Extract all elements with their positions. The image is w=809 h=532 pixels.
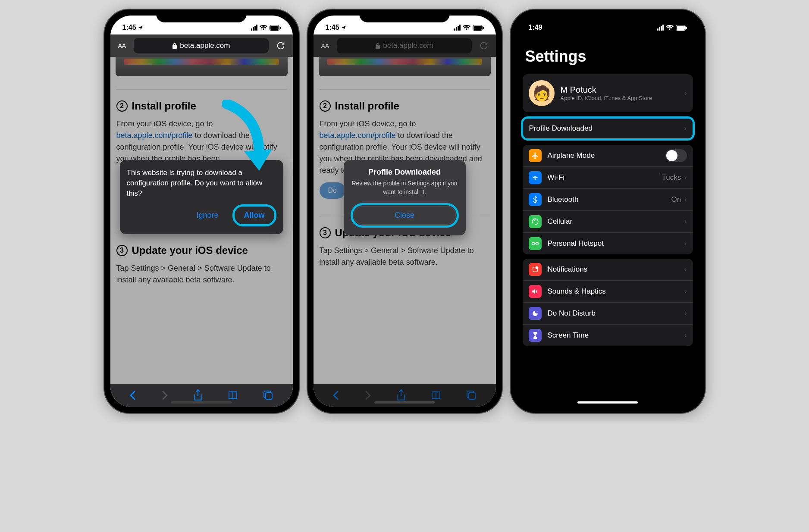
back-button[interactable] — [129, 390, 136, 401]
sounds-row[interactable]: Sounds & Haptics › — [523, 281, 693, 303]
battery-icon — [676, 25, 687, 31]
bluetooth-icon — [529, 193, 542, 206]
profile-downloaded-highlight: Profile Downloaded › — [521, 116, 695, 141]
dnd-row[interactable]: Do Not Disturb › — [523, 303, 693, 325]
connectivity-group: Airplane Mode Wi-Fi Tucks › Bluetooth On… — [523, 145, 693, 254]
close-highlight: Close — [351, 203, 459, 228]
profile-link[interactable]: beta.apple.com/profile — [116, 131, 193, 140]
wifi-icon — [529, 171, 542, 184]
safari-address-bar: AA beta.apple.com — [314, 34, 496, 57]
svg-rect-5 — [473, 26, 482, 30]
bookmarks-button[interactable] — [431, 391, 441, 400]
profile-name: M Potuck — [561, 85, 679, 95]
airplane-icon — [529, 149, 542, 162]
chevron-right-icon: › — [684, 288, 687, 295]
hotspot-row[interactable]: Personal Hotspot › — [523, 233, 693, 254]
chevron-right-icon: › — [684, 310, 687, 317]
bookmarks-button[interactable] — [228, 391, 238, 400]
section-3-text: Tap Settings > General > Software Update… — [116, 263, 287, 286]
url-field[interactable]: beta.apple.com — [337, 38, 471, 53]
svg-point-12 — [536, 242, 538, 245]
popup-subtitle: Review the profile in Settings app if yo… — [351, 179, 459, 196]
reader-button[interactable]: AA — [115, 42, 130, 49]
cellular-row[interactable]: Cellular › — [523, 211, 693, 233]
chevron-right-icon: › — [684, 266, 687, 273]
settings-header: Settings — [517, 34, 699, 70]
location-icon — [341, 25, 346, 30]
hotspot-icon — [529, 237, 542, 250]
forward-button[interactable] — [161, 390, 168, 401]
phone-2: 1:45 AA beta.apple.com 2 — [307, 9, 503, 414]
svg-rect-1 — [270, 26, 279, 30]
notch — [156, 9, 247, 22]
svg-rect-6 — [483, 27, 484, 29]
section-2-title: 2Install profile — [320, 100, 490, 112]
svg-rect-7 — [469, 393, 475, 399]
home-indicator[interactable] — [171, 401, 232, 404]
svg-rect-2 — [280, 27, 281, 29]
reload-button[interactable] — [273, 41, 288, 50]
safari-address-bar: AA beta.apple.com — [110, 34, 293, 57]
url-field[interactable]: beta.apple.com — [134, 38, 268, 53]
annotation-arrow — [218, 100, 274, 177]
screen-2: 1:45 AA beta.apple.com 2 — [314, 16, 496, 407]
sounds-icon — [529, 285, 542, 298]
location-icon — [138, 25, 143, 30]
chevron-right-icon: › — [684, 89, 687, 97]
hourglass-icon — [529, 329, 542, 342]
wifi-icon — [463, 25, 470, 31]
svg-point-14 — [536, 266, 538, 269]
close-button[interactable]: Close — [354, 206, 456, 225]
svg-rect-9 — [677, 26, 685, 30]
notch — [359, 9, 450, 22]
chevron-right-icon: › — [684, 125, 686, 132]
reader-button[interactable]: AA — [318, 42, 333, 49]
profile-subtitle: Apple ID, iCloud, iTunes & App Store — [561, 95, 679, 101]
apple-id-row[interactable]: 🧑 M Potuck Apple ID, iCloud, iTunes & Ap… — [523, 74, 693, 112]
allow-highlight: Allow — [232, 204, 276, 226]
share-button[interactable] — [396, 389, 406, 401]
back-button[interactable] — [332, 390, 339, 401]
profile-link[interactable]: beta.apple.com/profile — [320, 131, 396, 140]
notifications-icon — [529, 263, 542, 276]
signal-icon — [454, 25, 461, 31]
status-time: 1:45 — [122, 24, 136, 31]
svg-rect-3 — [266, 393, 272, 399]
ignore-button[interactable]: Ignore — [190, 208, 224, 222]
airplane-toggle[interactable] — [665, 149, 687, 162]
screentime-row[interactable]: Screen Time › — [523, 325, 693, 346]
allow-button[interactable]: Allow — [238, 208, 271, 222]
chevron-right-icon: › — [684, 240, 687, 247]
popup-title: Profile Downloaded — [351, 168, 459, 177]
forward-button[interactable] — [364, 390, 371, 401]
status-time: 1:49 — [529, 24, 542, 31]
notifications-row[interactable]: Notifications › — [523, 259, 693, 281]
home-indicator[interactable] — [374, 401, 435, 404]
tabs-button[interactable] — [466, 390, 477, 401]
phone-3: 1:49 Settings 🧑 M Potuck Apple ID, iClou… — [510, 9, 706, 414]
reload-button[interactable] — [476, 41, 492, 50]
profile-downloaded-row[interactable]: Profile Downloaded › — [523, 119, 693, 138]
section-3-title: 3Update your iOS device — [116, 244, 287, 257]
home-indicator[interactable] — [577, 401, 638, 404]
profile-downloaded-popup: Profile Downloaded Review the profile in… — [344, 160, 466, 235]
macbook-image — [319, 57, 491, 76]
wifi-icon — [260, 25, 267, 31]
battery-icon — [473, 25, 484, 31]
chevron-right-icon: › — [684, 218, 687, 225]
svg-point-11 — [532, 242, 534, 245]
wifi-row[interactable]: Wi-Fi Tucks › — [523, 167, 693, 189]
bluetooth-row[interactable]: Bluetooth On › — [523, 189, 693, 211]
signal-icon — [251, 25, 257, 31]
settings-title: Settings — [525, 47, 690, 66]
airplane-mode-row[interactable]: Airplane Mode — [523, 145, 693, 167]
lock-icon — [172, 43, 177, 49]
download-button[interactable]: Do — [320, 182, 345, 199]
wifi-icon — [666, 25, 674, 31]
apple-id-group: 🧑 M Potuck Apple ID, iCloud, iTunes & Ap… — [523, 74, 693, 112]
status-time: 1:45 — [326, 24, 339, 31]
share-button[interactable] — [193, 389, 203, 401]
tabs-button[interactable] — [263, 390, 273, 401]
avatar: 🧑 — [529, 80, 555, 106]
notch — [562, 9, 653, 22]
